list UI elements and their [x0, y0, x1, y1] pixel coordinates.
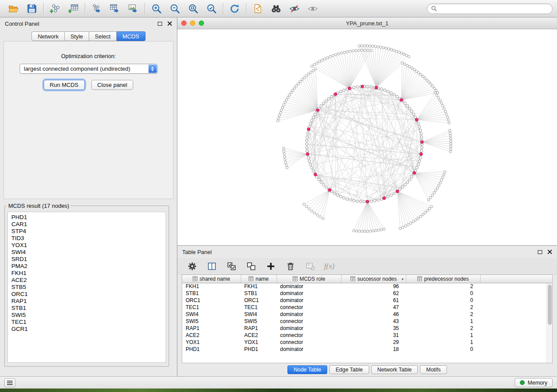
import-table-disabled-button[interactable] [304, 261, 316, 272]
import-network-button[interactable] [46, 1, 64, 16]
show-columns-button[interactable] [206, 261, 218, 272]
export-image-button[interactable] [124, 1, 142, 16]
table-row[interactable]: PHD1PHD1dominator180 [182, 346, 552, 353]
show-all-button[interactable] [304, 1, 322, 16]
table-cell: 18 [341, 346, 406, 353]
network-from-selection-button[interactable] [249, 1, 267, 16]
tab-select[interactable]: Select [89, 31, 117, 41]
table-cell: PHD1 [182, 346, 241, 353]
mcds-result-item[interactable]: ACE2 [11, 277, 162, 284]
export-table-icon [109, 3, 121, 14]
float-table-panel-icon[interactable] [538, 250, 542, 254]
mcds-result-list[interactable]: PHD1CAR1STP4TID3YOX1SWI4SRD1PMA2FKH1ACE2… [7, 212, 166, 363]
table-toolbar: f(x) [177, 258, 557, 275]
table-settings-button[interactable] [187, 261, 198, 272]
deselect-all-rows-button[interactable] [246, 261, 257, 272]
export-network-button[interactable] [87, 1, 106, 16]
import-table-button[interactable] [64, 1, 83, 16]
mcds-result-item[interactable]: GCR1 [11, 326, 162, 333]
mcds-result-item[interactable]: SRD1 [11, 256, 162, 263]
function-builder-button[interactable]: f(x) [324, 262, 335, 271]
table-scrollbar[interactable] [547, 283, 552, 363]
mcds-result-item[interactable]: STB1 [11, 305, 162, 312]
mcds-result-item[interactable]: TEC1 [11, 319, 162, 326]
mcds-result-item[interactable]: STB5 [11, 284, 162, 291]
column-header-mcds-role[interactable]: MCDS role [277, 275, 341, 283]
network-graph[interactable] [177, 30, 556, 245]
memory-button[interactable]: Memory [515, 378, 553, 387]
save-icon [26, 3, 38, 14]
optimization-select[interactable]: largest connected component (undirected) [20, 64, 158, 74]
mcds-result-item[interactable]: PHD1 [11, 214, 162, 221]
menu-list-button[interactable] [4, 378, 15, 387]
close-window-button[interactable] [181, 21, 187, 26]
float-panel-icon[interactable] [158, 22, 162, 26]
maximize-window-button[interactable] [199, 21, 204, 26]
add-column-button[interactable] [265, 261, 277, 272]
table-row[interactable]: SWI4SWI4dominator462 [182, 311, 552, 318]
open-session-button[interactable] [4, 1, 23, 16]
mcds-result-item[interactable]: ORC1 [11, 291, 162, 298]
mcds-result-item[interactable]: YOX1 [11, 242, 162, 249]
mcds-result-item[interactable]: PMA2 [11, 263, 162, 270]
tab-network[interactable]: Network [31, 31, 65, 41]
table-cell: 2 [406, 304, 480, 311]
tab-network-table[interactable]: Network Table [371, 365, 418, 374]
columns-icon [207, 261, 217, 271]
delete-column-button[interactable] [285, 261, 296, 272]
zoom-in-button[interactable] [147, 1, 166, 16]
table-row[interactable]: ACE2ACE2connector311 [182, 332, 552, 339]
table-cell: dominator [277, 283, 341, 290]
mcds-result-item[interactable]: RAP1 [11, 298, 162, 305]
memory-status-dot [520, 380, 525, 385]
column-grid-icon [350, 276, 355, 281]
run-mcds-button[interactable]: Run MCDS [44, 80, 85, 90]
mcds-panel: Optimization criterion: largest connecte… [3, 41, 173, 199]
mcds-result-item[interactable]: FKH1 [11, 270, 162, 277]
scrollbar-thumb[interactable] [548, 285, 552, 325]
table-row[interactable]: SWI5SWI5connector431 [182, 318, 552, 325]
tab-style[interactable]: Style [65, 31, 89, 41]
column-header-name[interactable]: name [241, 275, 277, 283]
column-header-successor-nodes[interactable]: successor nodes ▾ [341, 275, 406, 283]
optimization-label: Optimization criterion: [4, 53, 173, 59]
first-neighbors-button[interactable] [267, 1, 285, 16]
close-table-panel-icon[interactable] [547, 250, 552, 254]
zoom-out-button[interactable] [166, 1, 184, 16]
table-row[interactable]: STB1STB1dominator620 [182, 290, 552, 297]
select-all-rows-button[interactable] [226, 261, 237, 272]
table-row[interactable]: FKH1FKH1dominator962 [182, 283, 552, 290]
network-canvas[interactable] [177, 30, 557, 245]
hide-selected-button[interactable] [285, 1, 304, 16]
mcds-result-item[interactable]: TID3 [11, 235, 162, 242]
sort-caret-icon[interactable]: ▾ [401, 277, 403, 281]
tab-motifs[interactable]: Motifs [420, 365, 446, 374]
close-panel-button[interactable]: Close panel [91, 80, 134, 90]
table-row[interactable]: RAP1RAP1dominator352 [182, 325, 552, 332]
refresh-layout-button[interactable] [225, 1, 244, 16]
mcds-result-item[interactable]: SWI4 [11, 249, 162, 256]
table-cell: 2 [406, 283, 480, 290]
export-table-button[interactable] [106, 1, 124, 16]
mcds-result-item[interactable]: CAR1 [11, 221, 162, 228]
table-cell-filler [480, 346, 552, 353]
column-header-predecessor-nodes[interactable]: predecessor nodes [406, 275, 480, 283]
zoom-out-icon [169, 3, 180, 14]
zoom-selected-button[interactable] [202, 1, 221, 16]
table-cell: YOX1 [182, 339, 241, 346]
minimize-window-button[interactable] [190, 21, 195, 26]
mcds-result-title: MCDS result (17 nodes) [7, 203, 71, 209]
table-row[interactable]: ORC1ORC1dominator610 [182, 297, 552, 304]
zoom-fit-button[interactable] [184, 1, 202, 16]
table-row[interactable]: YOX1YOX1connector291 [182, 339, 552, 346]
mcds-result-item[interactable]: SWI5 [11, 312, 162, 319]
mcds-result-item[interactable]: STP4 [11, 228, 162, 235]
tab-node-table[interactable]: Node Table [287, 365, 327, 374]
tab-mcds[interactable]: MCDS [117, 31, 145, 41]
tab-edge-table[interactable]: Edge Table [329, 365, 369, 374]
search-input[interactable] [439, 5, 548, 12]
table-row[interactable]: TEC1TEC1connector472 [182, 304, 552, 311]
close-panel-icon[interactable] [167, 21, 172, 26]
save-session-button[interactable] [23, 1, 41, 16]
column-header-shared-name[interactable]: shared name [182, 275, 241, 283]
